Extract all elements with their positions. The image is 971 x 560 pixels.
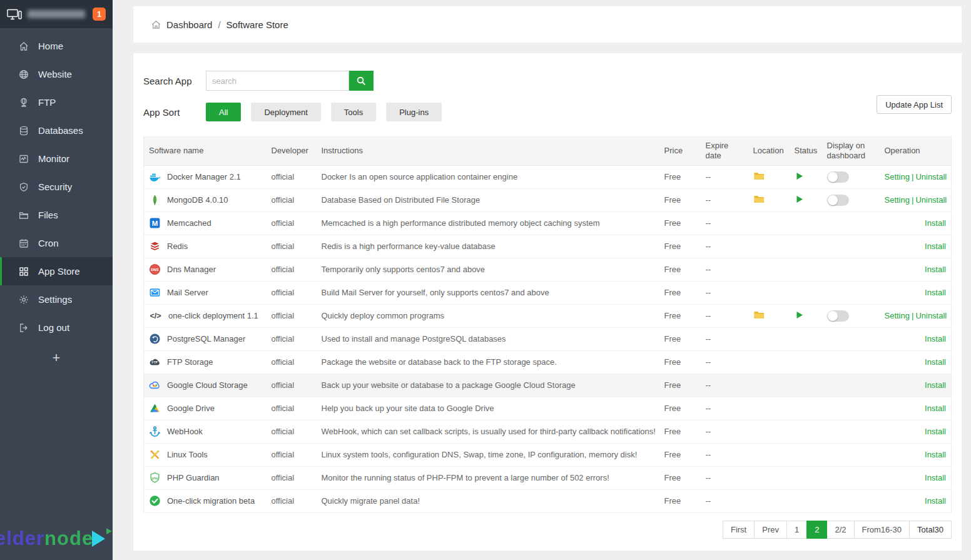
page-from16-30[interactable]: From16-30 xyxy=(854,521,910,539)
sidebar-item-monitor[interactable]: Monitor xyxy=(0,145,113,173)
instructions-cell: Monitor the running status of PHP-FPM to… xyxy=(317,466,659,489)
breadcrumb: Dashboard / Software Store xyxy=(133,6,962,43)
install-link[interactable]: Install xyxy=(925,218,946,228)
price-cell: Free xyxy=(659,397,701,420)
expire-date-cell: -- xyxy=(701,443,748,466)
app-sort-row: App Sort AllDeploymentToolsPlug-ins xyxy=(143,103,952,121)
table-row-webhook: WebHookofficialWebHook, which can set ca… xyxy=(144,420,952,443)
install-link[interactable]: Install xyxy=(925,265,946,274)
install-link[interactable]: Install xyxy=(925,288,946,297)
sidebar-item-files[interactable]: Files xyxy=(0,201,113,229)
main-content: Dashboard / Software Store Search App Ap… xyxy=(113,0,971,551)
table-row-postgresql-manager: PostgreSQL ManagerofficialUsed to instal… xyxy=(144,327,952,350)
webhook-icon xyxy=(149,425,161,437)
postgresql-icon xyxy=(149,333,161,345)
update-app-list-button[interactable]: Update App List xyxy=(877,95,952,114)
dashboard-toggle[interactable] xyxy=(827,171,849,183)
folder-icon[interactable] xyxy=(753,171,765,181)
folder-icon[interactable] xyxy=(753,194,765,205)
install-link[interactable]: Install xyxy=(925,334,946,344)
setting-link[interactable]: Setting xyxy=(885,311,910,320)
sort-tab-all[interactable]: All xyxy=(206,103,241,121)
page-2-2[interactable]: 2/2 xyxy=(826,521,854,539)
software-name: WebHook xyxy=(167,427,203,436)
sidebar-nav: HomeWebsiteFTPDatabasesMonitorSecurityFi… xyxy=(0,28,113,342)
sidebar-item-label: Website xyxy=(38,69,72,79)
developer-cell: official xyxy=(267,489,317,512)
install-link[interactable]: Install xyxy=(925,380,946,390)
software-name: Dns Manager xyxy=(167,265,216,274)
home-breadcrumb-icon xyxy=(151,19,161,30)
grid-icon xyxy=(18,266,29,277)
instructions-cell: Package the website or database back to … xyxy=(317,350,659,374)
install-link[interactable]: Install xyxy=(925,242,946,251)
developer-cell: official xyxy=(267,281,317,304)
install-link[interactable]: Install xyxy=(925,404,946,413)
column-header-expire-date: Expire date xyxy=(701,137,748,166)
table-row-memcached: MMemcachedofficialMemcached is a high pe… xyxy=(144,211,952,235)
sidebar-header: 1 xyxy=(0,0,113,28)
price-cell: Free xyxy=(659,281,701,304)
install-link[interactable]: Install xyxy=(925,450,946,459)
search-input[interactable] xyxy=(206,71,349,91)
instructions-cell: Memcached is a high performance distribu… xyxy=(317,211,659,235)
notification-badge[interactable]: 1 xyxy=(93,8,106,21)
search-box xyxy=(206,71,374,91)
sort-tab-tools[interactable]: Tools xyxy=(331,103,376,121)
sidebar-item-log-out[interactable]: Log out xyxy=(0,313,113,342)
sidebar-item-ftp[interactable]: FTP xyxy=(0,88,113,116)
page-1[interactable]: 1 xyxy=(786,521,807,539)
sidebar-item-label: Cron xyxy=(38,238,59,248)
page-2[interactable]: 2 xyxy=(806,521,827,539)
uninstall-link[interactable]: Uninstall xyxy=(915,172,947,181)
play-icon[interactable] xyxy=(795,310,804,320)
sidebar-item-website[interactable]: Website xyxy=(0,60,113,88)
install-link[interactable]: Install xyxy=(925,496,946,506)
developer-cell: official xyxy=(267,397,317,420)
table-row-linux-tools: Linux ToolsofficialLinux system tools, c… xyxy=(144,443,952,466)
setting-link[interactable]: Setting xyxy=(885,172,910,181)
sidebar-add-button[interactable]: + xyxy=(0,342,113,366)
install-link[interactable]: Install xyxy=(925,427,946,436)
play-icon[interactable] xyxy=(795,195,804,204)
sidebar-item-label: Security xyxy=(38,181,72,192)
sidebar-item-app-store[interactable]: App Store xyxy=(0,257,113,285)
play-icon[interactable] xyxy=(795,171,804,181)
search-button[interactable] xyxy=(349,71,374,91)
dashboard-toggle[interactable] xyxy=(827,310,849,322)
mail-icon xyxy=(149,287,161,298)
sidebar-item-security[interactable]: Security xyxy=(0,173,113,201)
google-cloud-icon xyxy=(149,379,161,391)
uninstall-link[interactable]: Uninstall xyxy=(915,311,947,320)
price-cell: Free xyxy=(659,304,701,327)
sidebar-item-settings[interactable]: Settings xyxy=(0,285,113,313)
dashboard-toggle[interactable] xyxy=(827,195,849,206)
sidebar-item-label: Home xyxy=(38,41,63,51)
folder-icon[interactable] xyxy=(753,310,765,320)
page-prev[interactable]: Prev xyxy=(754,521,787,539)
expire-date-cell: -- xyxy=(701,489,748,512)
page-first[interactable]: First xyxy=(723,521,755,539)
price-cell: Free xyxy=(659,211,701,235)
globe-icon xyxy=(18,69,29,80)
setting-link[interactable]: Setting xyxy=(885,195,910,205)
sidebar-item-home[interactable]: Home xyxy=(0,32,113,60)
table-header-row: Software nameDeveloperInstructionsPriceE… xyxy=(144,137,952,166)
page-total30[interactable]: Total30 xyxy=(909,521,952,539)
sort-tab-plug-ins[interactable]: Plug-ins xyxy=(386,103,442,121)
search-icon xyxy=(356,76,367,86)
sidebar-item-databases[interactable]: Databases xyxy=(0,116,113,145)
table-row-google-cloud-storage: Google Cloud StorageofficialBack up your… xyxy=(144,374,952,397)
software-name: FTP Storage xyxy=(167,357,213,367)
sidebar-item-cron[interactable]: Cron xyxy=(0,229,113,257)
table-row-mail-server: Mail ServerofficialBuild Mail Server for… xyxy=(144,281,952,304)
sidebar-item-label: App Store xyxy=(38,266,80,277)
sort-tab-deployment[interactable]: Deployment xyxy=(251,103,320,121)
install-link[interactable]: Install xyxy=(925,357,946,367)
breadcrumb-dashboard[interactable]: Dashboard xyxy=(166,19,212,30)
redis-icon xyxy=(149,240,161,252)
price-cell: Free xyxy=(659,466,701,489)
install-link[interactable]: Install xyxy=(925,473,946,482)
uninstall-link[interactable]: Uninstall xyxy=(915,195,947,205)
software-name: One-click migration beta xyxy=(167,496,255,506)
